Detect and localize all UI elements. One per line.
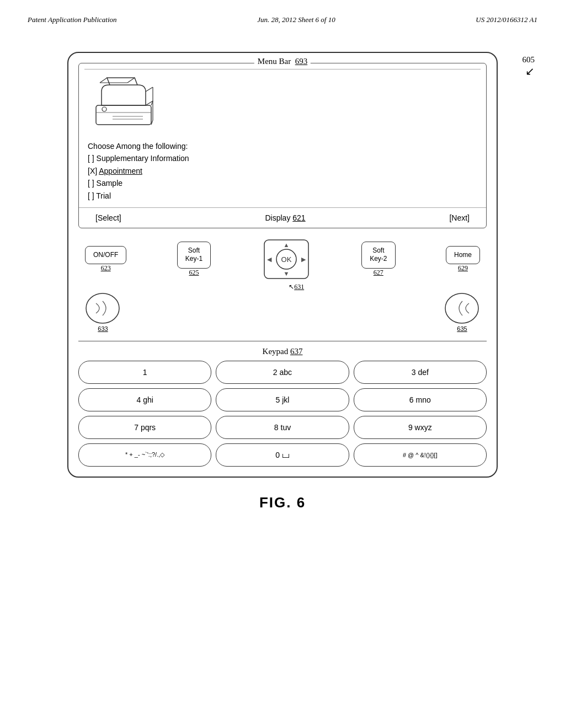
svg-text:▼: ▼ — [283, 270, 289, 277]
page: Patent Application Publication Jun. 28, … — [0, 0, 565, 728]
key-1[interactable]: 1 — [78, 361, 211, 384]
key-9wxyz[interactable]: 9 wxyz — [354, 416, 487, 439]
scroll-right-ref-num: 635 — [457, 325, 467, 332]
display-bottom-bar: [Select] Display 621 [Next] — [79, 207, 486, 228]
checklist-item-1-label: Appointment — [99, 167, 142, 175]
keypad-grid: 1 2 abc 3 def 4 ghi 5 jkl 6 mno 7 pqrs 8… — [78, 361, 487, 467]
device-frame: Menu Bar 693 — [67, 52, 498, 478]
scroll-left-ref: 633 — [98, 325, 108, 332]
figure-caption: FIG. 6 — [259, 494, 306, 511]
keypad-ref: 637 — [290, 347, 303, 356]
display-section: Menu Bar 693 — [78, 63, 487, 228]
onoff-ref: 623 — [101, 264, 111, 272]
key-7pqrs[interactable]: 7 pqrs — [78, 416, 211, 439]
display-content: Choose Among the following: [ ] Suppleme… — [79, 69, 486, 207]
key-2abc[interactable]: 2 abc — [216, 361, 349, 384]
svg-line-4 — [146, 87, 153, 92]
select-button-label[interactable]: [Select] — [95, 213, 121, 222]
svg-text:▶: ▶ — [301, 256, 306, 263]
svg-text:▲: ▲ — [283, 242, 289, 248]
scroll-left-svg — [85, 292, 121, 324]
header-right: US 2012/0166312 A1 — [476, 15, 537, 24]
key-4ghi[interactable]: 4 ghi — [78, 388, 211, 411]
dpad-wrap: OK ▲ ▼ ◀ ▶ ↖631 — [262, 237, 311, 281]
svg-point-11 — [102, 107, 106, 111]
checklist-item-0: [ ] Supplementary Information — [88, 152, 477, 164]
onoff-button-wrap: ON/OFF 623 — [85, 246, 126, 273]
scroll-right-ref: 635 — [457, 325, 467, 332]
svg-point-22 — [445, 293, 478, 323]
header-left: Patent Application Publication — [28, 15, 117, 24]
softkey1-ref: 625 — [189, 269, 199, 277]
key-8tuv[interactable]: 8 tuv — [216, 416, 349, 439]
svg-text:OK: OK — [281, 255, 291, 264]
home-ref: 629 — [458, 264, 468, 272]
svg-line-2 — [127, 78, 135, 83]
checklist-item-2: [ ] Sample — [88, 177, 477, 189]
onoff-button[interactable]: ON/OFF — [85, 246, 126, 265]
menu-bar-text: Menu Bar — [258, 57, 291, 66]
svg-text:◀: ◀ — [267, 256, 272, 263]
scroll-right-wrap: 635 — [444, 292, 480, 332]
checklist-item-3: [ ] Trial — [88, 190, 477, 202]
softkey1-button-wrap: Soft Key-1 625 — [177, 242, 211, 277]
diagram-area: Menu Bar 693 — [0, 41, 565, 522]
next-button-label[interactable]: [Next] — [449, 213, 470, 222]
checklist-title: Choose Among the following: — [88, 140, 477, 152]
softkey2-button-wrap: Soft Key-2 627 — [361, 242, 395, 277]
scroll-left-ref-num: 633 — [98, 325, 108, 332]
checklist: Choose Among the following: [ ] Suppleme… — [88, 140, 477, 202]
controls-row: ON/OFF 623 Soft Key-1 625 — [68, 228, 497, 290]
key-5jkl[interactable]: 5 jkl — [216, 388, 349, 411]
dpad-ref: 631 — [294, 283, 304, 291]
softkey2-button[interactable]: Soft Key-2 — [361, 242, 395, 269]
nav-row: 633 635 — [68, 290, 497, 341]
key-0[interactable]: 0 ⌴ — [216, 443, 349, 467]
softkey1-button[interactable]: Soft Key-1 — [177, 242, 211, 269]
header: Patent Application Publication Jun. 28, … — [0, 0, 565, 30]
keypad-text: Keypad — [263, 347, 289, 356]
printer-svg — [88, 75, 159, 136]
home-button[interactable]: Home — [446, 246, 480, 265]
fig-reference: 605 ↙ — [523, 55, 535, 78]
keypad-label: Keypad 637 — [78, 341, 487, 361]
header-center: Jun. 28, 2012 Sheet 6 of 10 — [257, 15, 335, 24]
fig-ref-number: 605 — [523, 55, 535, 64]
svg-point-21 — [86, 293, 119, 323]
menu-bar-label: Menu Bar 693 — [254, 57, 311, 66]
key-6mno[interactable]: 6 mno — [354, 388, 487, 411]
scroll-right-svg — [444, 292, 480, 324]
display-label: Display 621 — [265, 213, 305, 222]
fig-ref-arrow: ↙ — [523, 65, 535, 78]
dpad-ref-label: ↖631 — [289, 283, 304, 291]
display-ref: 621 — [292, 213, 305, 222]
home-button-wrap: Home 629 — [446, 246, 480, 273]
key-star[interactable]: * + _- ~`':;?/.,◇ — [78, 443, 211, 467]
display-text: Display — [265, 213, 290, 222]
checklist-item-1: [X] Appointment — [88, 165, 477, 177]
key-hash[interactable]: # @ ^ &!(){}[] — [354, 443, 487, 467]
menu-bar-ref: 693 — [295, 57, 308, 66]
printer-image — [88, 75, 159, 136]
svg-rect-0 — [96, 105, 151, 125]
svg-line-1 — [100, 78, 107, 83]
softkey2-ref: 627 — [374, 269, 383, 277]
key-3def[interactable]: 3 def — [354, 361, 487, 384]
dpad-svg: OK ▲ ▼ ◀ ▶ — [262, 237, 311, 281]
scroll-left-wrap: 633 — [85, 292, 121, 332]
keypad-section: Keypad 637 1 2 abc 3 def 4 ghi 5 jkl 6 m… — [68, 341, 497, 477]
